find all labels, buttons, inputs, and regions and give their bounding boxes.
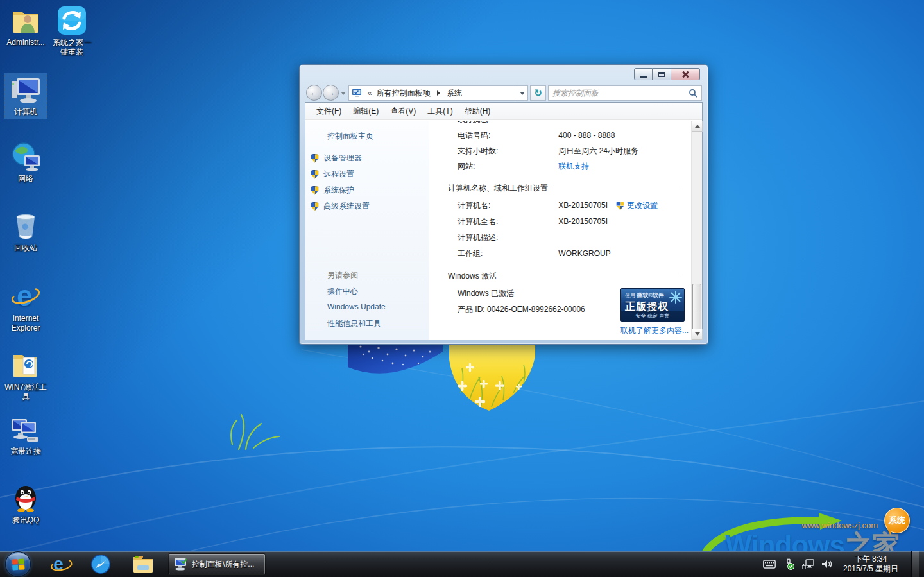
desktop-icon-qq[interactable]: 腾讯QQ [0, 483, 51, 525]
vertical-scrollbar[interactable] [691, 121, 702, 340]
system-window: ← → « 所有控制面板项 系统 ↻ [299, 64, 708, 345]
menu-file[interactable]: 文件(F) [311, 103, 347, 119]
phone-label: 电话号码: [458, 130, 556, 141]
uac-shield-icon [311, 186, 319, 195]
sidebar-item-windows-update[interactable]: Windows Update [327, 302, 386, 311]
desktop-icon-recycle-bin[interactable]: 回收站 [0, 211, 51, 253]
taskbar-ie-button[interactable]: e [46, 553, 71, 575]
volume-icon[interactable] [821, 559, 833, 569]
desktop-icon-label: Administr... [0, 38, 51, 47]
desktop-icon-label: WIN7激活工具 [0, 383, 51, 402]
scroll-down-button[interactable] [692, 329, 703, 340]
desktop-icon-broadband[interactable]: 宽带连接 [0, 414, 51, 456]
menu-tools[interactable]: 工具(T) [422, 103, 458, 119]
activation-status: Windows 已激活 [458, 289, 514, 298]
search-icon[interactable] [689, 89, 698, 98]
forward-button[interactable]: → [323, 85, 339, 101]
system-page-icon [352, 89, 362, 98]
close-icon [681, 71, 689, 78]
triangle-up-icon [695, 125, 700, 128]
chevron-down-icon [520, 92, 525, 95]
system-info-panel: 支持信息 电话号码: 400 - 888 - 8888 支持小时数: 周日至周六… [429, 121, 691, 340]
support-hours-value: 周日至周六 24小时服务 [558, 146, 638, 155]
close-button[interactable] [671, 68, 700, 80]
desktop-icon-label: 回收站 [0, 243, 51, 253]
desktop-icon-internet-explorer[interactable]: e InternetExplorer [0, 281, 51, 333]
search-input[interactable] [549, 87, 689, 99]
menu-edit[interactable]: 编辑(E) [347, 103, 384, 119]
maximize-icon [658, 72, 665, 77]
computer-description-label: 计算机描述: [458, 232, 556, 243]
taskbar-clock[interactable]: 下午 8:34 2015/7/5 星期日 [840, 555, 902, 574]
menu-bar: 文件(F) 编辑(E) 查看(V) 工具(T) 帮助(H) [305, 103, 702, 120]
desktop-icon-administrator[interactable]: Administr... [0, 5, 51, 47]
computer-name-value: XB-20150705I [558, 201, 608, 210]
product-id-label: 产品 ID: [458, 305, 485, 314]
recycle-bin-icon [10, 211, 41, 241]
recent-pages-chevron-icon[interactable] [341, 92, 346, 95]
start-button[interactable] [5, 551, 31, 577]
system-tray: 下午 8:34 2015/7/5 星期日 [763, 551, 924, 577]
maximize-button[interactable] [653, 68, 671, 80]
change-settings-link[interactable]: 更改设置 [627, 200, 658, 211]
scroll-up-button[interactable] [692, 121, 703, 132]
computer-fullname-value: XB-20150705I [558, 217, 608, 226]
network-status-icon[interactable] [801, 559, 814, 569]
sidebar-item-device-manager[interactable]: 设备管理器 [311, 153, 362, 164]
breadcrumb-system[interactable]: 系统 [445, 88, 463, 99]
activation-status-row: Windows 已激活 [458, 288, 514, 299]
online-support-link[interactable]: 联机支持 [558, 162, 589, 171]
sidebar-item-system-protection[interactable]: 系统保护 [311, 185, 354, 196]
taskbar-task-control-panel[interactable]: 控制面板\所有控... [168, 553, 266, 575]
refresh-button[interactable]: ↻ [530, 85, 546, 101]
desktop-icon-sysapp[interactable]: 系统之家一键重装 [46, 5, 98, 57]
desktop-icon-label: 网络 [0, 174, 51, 184]
genuine-microsoft-badge[interactable]: 使用 微软®软件 正版授权 安全 稳定 声誉 [620, 288, 685, 322]
support-hours-row: 支持小时数: 周日至周六 24小时服务 [458, 146, 638, 157]
window-body: 控制面板主页 设备管理器 远程设置 系统保护 高级系统设置 另请参阅 操作中心 [305, 121, 702, 340]
taskbar-explorer-button[interactable] [131, 553, 155, 575]
show-desktop-button[interactable] [911, 551, 919, 577]
sidebar-item-performance-tools[interactable]: 性能信息和工具 [327, 318, 381, 329]
breadcrumb-overflow[interactable]: « [368, 89, 372, 98]
support-hours-label: 支持小时数: [458, 146, 556, 157]
sidebar-item-advanced-settings[interactable]: 高级系统设置 [311, 201, 370, 212]
windows-activation-section-header: Windows 激活 [448, 271, 682, 282]
desktop-icon-win7-activation[interactable]: WIN7激活工具 [0, 350, 51, 402]
task-computer-icon [174, 558, 188, 571]
breadcrumb-arrow-icon[interactable] [437, 90, 440, 96]
user-folder-icon [10, 5, 41, 36]
sidebar-item-action-center[interactable]: 操作中心 [327, 286, 358, 297]
task-button-label: 控制面板\所有控... [192, 559, 254, 570]
computer-name-label: 计算机名: [458, 200, 556, 211]
product-id-row: 产品 ID: 00426-OEM-8992662-00006 [458, 304, 585, 315]
address-dropdown-button[interactable] [517, 86, 527, 100]
search-box[interactable] [548, 85, 702, 101]
taskbar-browser-button[interactable] [89, 553, 113, 575]
address-bar[interactable]: « 所有控制面板项 系统 [348, 85, 528, 101]
phone-row: 电话号码: 400 - 888 - 8888 [458, 130, 615, 141]
minimize-button[interactable] [634, 68, 653, 80]
website-row: 网站: 联机支持 [458, 161, 589, 172]
sidebar-item-remote-settings[interactable]: 远程设置 [311, 169, 354, 180]
folder-icon [132, 555, 154, 574]
menu-help[interactable]: 帮助(H) [459, 103, 497, 119]
section-divider [502, 277, 682, 277]
sidebar-item-control-panel-home[interactable]: 控制面板主页 [327, 131, 373, 142]
compass-browser-icon [90, 554, 111, 574]
back-button[interactable]: ← [306, 85, 322, 101]
computer-name-row: 计算机名: XB-20150705I [458, 200, 608, 211]
desktop-icon-label: 系统之家一键重装 [46, 38, 98, 57]
desktop-icon-computer[interactable]: 计算机 [4, 73, 47, 119]
safely-remove-hardware-icon[interactable] [783, 558, 794, 570]
breadcrumb-all-control-panel[interactable]: 所有控制面板项 [375, 88, 432, 99]
desktop-icon-network[interactable]: 网络 [0, 141, 51, 184]
desktop-icon-label: InternetExplorer [0, 314, 51, 333]
change-settings[interactable]: 更改设置 [616, 200, 658, 211]
clock-time: 下午 8:34 [840, 555, 902, 564]
learn-more-online-link[interactable]: 联机了解更多内容... [620, 325, 689, 336]
menu-view[interactable]: 查看(V) [384, 103, 422, 119]
computer-fullname-row: 计算机全名: XB-20150705I [458, 216, 608, 227]
input-keyboard-icon[interactable] [763, 560, 776, 569]
network-globe-icon [10, 141, 41, 172]
